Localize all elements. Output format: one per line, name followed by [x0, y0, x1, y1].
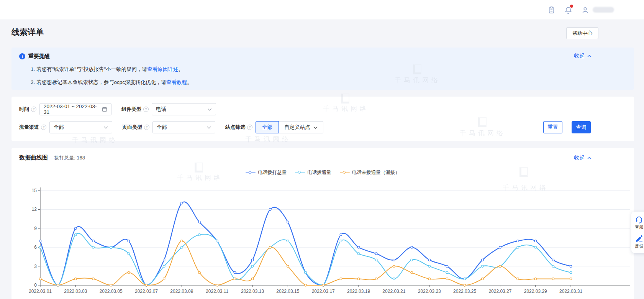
data-point[interactable]	[39, 278, 41, 280]
data-point[interactable]	[375, 259, 377, 261]
component-type-select[interactable]: 电话	[152, 103, 216, 115]
data-point[interactable]	[269, 209, 271, 211]
data-point[interactable]	[340, 234, 342, 236]
notice-item-2-link[interactable]: 查看教程	[166, 79, 187, 85]
data-point[interactable]	[517, 278, 519, 280]
data-point[interactable]	[75, 278, 77, 280]
data-point[interactable]	[570, 265, 572, 268]
data-point[interactable]	[216, 284, 218, 286]
data-point[interactable]	[428, 259, 431, 261]
data-point[interactable]	[181, 240, 183, 242]
data-point[interactable]	[375, 278, 377, 280]
data-point[interactable]	[287, 240, 289, 242]
data-point[interactable]	[534, 240, 537, 242]
data-point[interactable]	[552, 278, 554, 280]
legend-item-connected[interactable]: 电话拨通量	[295, 169, 331, 176]
data-point[interactable]	[411, 246, 413, 248]
data-point[interactable]	[393, 278, 395, 280]
notice-collapse-link[interactable]: 收起	[574, 53, 592, 59]
data-point[interactable]	[198, 234, 201, 236]
data-point[interactable]	[110, 284, 112, 286]
data-point[interactable]	[110, 246, 112, 248]
data-point[interactable]	[234, 278, 236, 280]
data-point[interactable]	[92, 246, 95, 248]
data-point[interactable]	[92, 278, 95, 280]
data-point[interactable]	[357, 278, 360, 280]
channel-help-icon[interactable]: ?	[41, 125, 46, 130]
data-point[interactable]	[534, 246, 537, 248]
data-point[interactable]	[145, 284, 147, 286]
data-point[interactable]	[393, 265, 395, 268]
data-point[interactable]	[340, 278, 342, 280]
data-point[interactable]	[163, 278, 165, 280]
query-button[interactable]: 查询	[572, 121, 591, 133]
component-help-icon[interactable]: ?	[143, 107, 149, 112]
data-point[interactable]	[39, 240, 41, 242]
bell-icon[interactable]	[563, 5, 574, 15]
legend-item-total[interactable]: 电话拨打总量	[246, 169, 287, 176]
chart-collapse-link[interactable]: 收起	[574, 154, 592, 161]
data-point[interactable]	[92, 240, 95, 242]
data-point[interactable]	[198, 271, 201, 274]
data-point[interactable]	[163, 259, 165, 261]
data-point[interactable]	[305, 271, 307, 274]
date-range-input[interactable]: 2022-03-01 ~ 2022-03-31	[39, 103, 111, 115]
data-point[interactable]	[287, 221, 289, 223]
site-help-icon[interactable]: ?	[247, 125, 252, 130]
page-type-select[interactable]: 全部	[152, 121, 215, 133]
data-point[interactable]	[446, 278, 448, 280]
data-point[interactable]	[464, 284, 466, 286]
data-point[interactable]	[570, 271, 572, 274]
data-point[interactable]	[499, 265, 501, 268]
data-point[interactable]	[570, 278, 572, 280]
data-point[interactable]	[534, 278, 537, 280]
data-point[interactable]	[75, 234, 77, 236]
data-point[interactable]	[340, 240, 342, 242]
notice-item-1-link[interactable]: 查看原因详述	[147, 66, 178, 72]
data-point[interactable]	[251, 278, 254, 280]
data-point[interactable]	[305, 284, 307, 286]
data-point[interactable]	[251, 259, 254, 261]
data-point[interactable]	[428, 265, 431, 268]
time-help-icon[interactable]: ?	[31, 107, 36, 112]
data-point[interactable]	[375, 253, 377, 255]
data-point[interactable]	[411, 271, 413, 274]
reset-button[interactable]: 重置	[543, 121, 562, 133]
data-point[interactable]	[499, 246, 501, 248]
data-point[interactable]	[198, 221, 201, 223]
data-point[interactable]	[393, 259, 395, 261]
data-point[interactable]	[128, 271, 130, 274]
data-point[interactable]	[181, 202, 183, 204]
page-type-help-icon[interactable]: ?	[144, 125, 149, 130]
data-point[interactable]	[411, 259, 413, 261]
data-point[interactable]	[57, 284, 59, 286]
site-custom-segment[interactable]: 自定义站点	[279, 121, 323, 133]
data-point[interactable]	[517, 240, 519, 242]
data-point[interactable]	[39, 246, 41, 248]
data-point[interactable]	[464, 278, 466, 280]
user-icon[interactable]	[580, 5, 590, 15]
site-all-segment[interactable]: 全部	[256, 121, 279, 133]
data-point[interactable]	[216, 240, 218, 242]
data-point[interactable]	[446, 265, 448, 268]
clipboard-icon[interactable]	[546, 5, 557, 15]
help-center-button[interactable]: 帮助中心	[566, 27, 598, 39]
traffic-channel-select[interactable]: 全部	[49, 121, 112, 133]
data-point[interactable]	[357, 253, 360, 255]
data-point[interactable]	[482, 278, 484, 280]
data-point[interactable]	[552, 265, 554, 268]
data-point[interactable]	[75, 227, 77, 230]
data-point[interactable]	[322, 284, 324, 286]
data-point[interactable]	[446, 271, 448, 274]
data-point[interactable]	[428, 278, 431, 280]
data-point[interactable]	[287, 265, 289, 268]
data-point[interactable]	[128, 240, 130, 242]
data-point[interactable]	[482, 265, 484, 268]
data-point[interactable]	[163, 265, 165, 268]
data-point[interactable]	[181, 246, 183, 248]
legend-item-missed[interactable]: 电话未拨通量（漏接）	[340, 169, 400, 176]
data-point[interactable]	[234, 271, 236, 274]
data-point[interactable]	[251, 265, 254, 268]
feedback-button[interactable]: 反馈	[635, 234, 644, 249]
data-point[interactable]	[269, 246, 271, 248]
